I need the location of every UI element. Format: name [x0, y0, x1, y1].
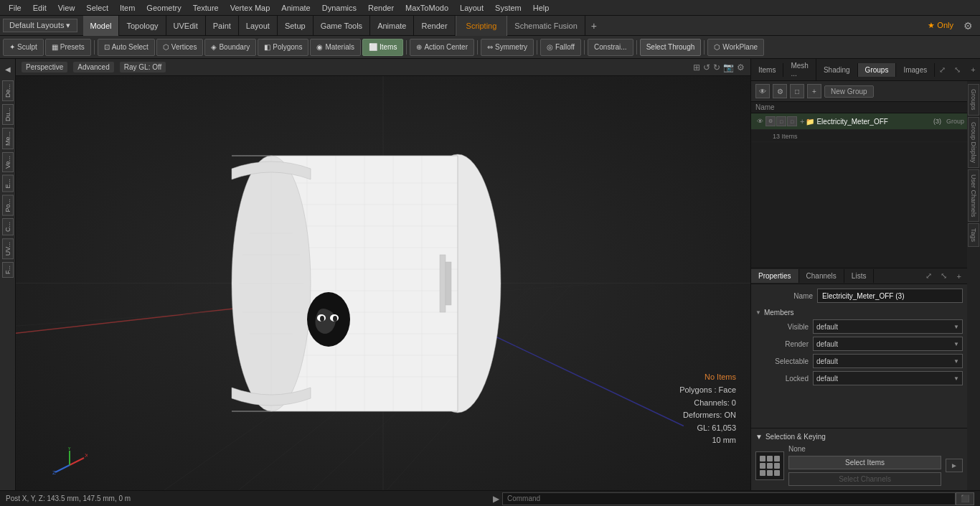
group-icon-b[interactable]: □	[776, 116, 786, 126]
presets-button[interactable]: ▦ Presets	[45, 39, 91, 56]
prop-tab-properties[interactable]: Properties	[751, 269, 799, 283]
layout-tab-uvedit[interactable]: UVEdit	[166, 16, 206, 36]
sidebar-tab-def[interactable]: De...	[2, 80, 14, 101]
menu-vertex-map[interactable]: Vertex Map	[225, 0, 276, 16]
viewport-redo-icon[interactable]: ↻	[713, 62, 720, 72]
group-icon-a[interactable]: ⚙	[765, 116, 776, 126]
layout-tab-render[interactable]: Render	[414, 16, 455, 36]
select-items-button[interactable]: Select Items	[788, 456, 941, 469]
sidebar-tab-vert[interactable]: Ve...	[2, 152, 14, 172]
menu-texture[interactable]: Texture	[187, 0, 225, 16]
menu-select[interactable]: Select	[80, 0, 114, 16]
viewport-camera-icon[interactable]: 📷	[723, 62, 734, 72]
keying-arrow-button[interactable]: ►	[946, 459, 963, 472]
sidebar-tab-uv[interactable]: UV...	[2, 238, 14, 259]
right-tab-plus-icon[interactable]: +	[965, 62, 980, 77]
menu-animate[interactable]: Animate	[275, 0, 316, 16]
sidebar-tab-edit[interactable]: E...	[2, 175, 14, 192]
group-expand-icon[interactable]: +	[800, 117, 804, 126]
sidebar-tab-mesh[interactable]: Me...	[2, 128, 14, 149]
group-icon-btn2[interactable]: ⚙	[773, 84, 787, 98]
auto-select-button[interactable]: ⊡ Auto Select	[98, 39, 155, 56]
falloff-button[interactable]: ◎ Falloff	[540, 39, 581, 56]
menu-item[interactable]: Item	[114, 0, 141, 16]
new-group-button[interactable]: New Group	[824, 85, 874, 98]
boundary-button[interactable]: ◈ Boundary	[204, 39, 256, 56]
vertices-button[interactable]: ⬡ Vertices	[156, 39, 204, 56]
layout-tab-plus-icon[interactable]: +	[585, 20, 603, 32]
sidebar-tab-f[interactable]: F...	[2, 262, 14, 278]
command-input[interactable]	[502, 492, 956, 505]
layout-tab-topology[interactable]: Topology	[119, 16, 166, 36]
right-sidebar-group-display-tab[interactable]: Group Display	[968, 117, 979, 168]
right-tab-expand-icon[interactable]: ⤢	[935, 62, 950, 78]
layout-tab-model[interactable]: Model	[83, 16, 120, 36]
menu-maxtomodo[interactable]: MaxToModo	[400, 0, 454, 16]
materials-button[interactable]: ◉ Materials	[310, 39, 361, 56]
menu-geometry[interactable]: Geometry	[141, 0, 187, 16]
group-eye-icon[interactable]: 👁	[755, 84, 770, 98]
command-search-button[interactable]: ⬛	[956, 492, 974, 505]
prop-name-input[interactable]	[817, 289, 963, 303]
viewport[interactable]: Perspective Advanced Ray GL: Off ⊞ ↺ ↻ 📷…	[16, 59, 750, 490]
symmetry-button[interactable]: ⇔ Symmetry	[481, 39, 534, 56]
right-tab-collapse-icon[interactable]: ⤡	[950, 62, 965, 78]
prop-tab-plus-icon[interactable]: +	[951, 269, 967, 284]
layout-tab-layout[interactable]: Layout	[239, 16, 278, 36]
viewport-grid-icon[interactable]: ⊞	[693, 62, 700, 72]
action-center-button[interactable]: ⊕ Action Center	[410, 39, 474, 56]
constraints-button[interactable]: Constrai...	[588, 39, 633, 56]
menu-system[interactable]: System	[489, 0, 527, 16]
sidebar-tab-dup[interactable]: Du...	[2, 104, 14, 125]
right-tab-groups[interactable]: Groups	[858, 63, 897, 77]
prop-expand-icon[interactable]: ⤢	[921, 268, 936, 284]
select-through-button[interactable]: Select Through	[640, 39, 702, 56]
right-tab-items[interactable]: Items	[751, 63, 783, 77]
menu-help[interactable]: Help	[527, 0, 555, 16]
sidebar-toggle[interactable]: ◀	[1, 62, 15, 76]
prop-selectable-select[interactable]: default ▼	[813, 354, 963, 368]
menu-render[interactable]: Render	[362, 0, 400, 16]
right-tab-shading[interactable]: Shading	[816, 63, 858, 77]
prop-tab-channels[interactable]: Channels	[799, 269, 844, 283]
group-visibility-icon[interactable]: 👁	[754, 116, 765, 127]
viewport-tab-perspective[interactable]: Perspective	[22, 62, 67, 72]
layout-tab-animate[interactable]: Animate	[370, 16, 414, 36]
viewport-ray-gl[interactable]: Ray GL: Off	[120, 62, 166, 72]
layout-tab-setup[interactable]: Setup	[278, 16, 314, 36]
group-icon-c[interactable]: □	[787, 116, 797, 126]
layout-dropdown[interactable]: Default Layouts ▾	[3, 19, 77, 32]
layout-tab-paint[interactable]: Paint	[206, 16, 239, 36]
sculpt-button[interactable]: ✦ Sculpt	[3, 39, 44, 56]
groups-list[interactable]: 👁 ⚙ □ □ + 📁 Electricity_Meter_OFF (3)	[751, 113, 967, 268]
menu-file[interactable]: File	[3, 0, 27, 16]
prop-locked-select[interactable]: default ▼	[813, 371, 963, 385]
prop-visible-select[interactable]: default ▼	[813, 319, 963, 334]
right-sidebar-groups-tab[interactable]: Groups	[968, 84, 979, 116]
menu-layout[interactable]: Layout	[454, 0, 489, 16]
viewport-tab-advanced[interactable]: Advanced	[73, 62, 113, 72]
workplane-button[interactable]: ⬡ WorkPlane	[707, 39, 764, 56]
select-channels-button[interactable]: Select Channels	[788, 472, 941, 486]
layout-settings-icon[interactable]: ⚙	[959, 20, 977, 32]
group-icon-btn3[interactable]: □	[790, 84, 804, 98]
menu-dynamics[interactable]: Dynamics	[316, 0, 362, 16]
layout-tab-game-tools[interactable]: Game Tools	[314, 16, 371, 36]
menu-edit[interactable]: Edit	[27, 0, 52, 16]
sidebar-tab-pol[interactable]: Po...	[2, 195, 14, 216]
right-sidebar-user-channels-tab[interactable]: User Channels	[968, 169, 979, 222]
prop-render-select[interactable]: default ▼	[813, 337, 963, 351]
right-tab-images[interactable]: Images	[896, 63, 935, 77]
viewport-canvas[interactable]: X Y Z No Items Polygons : Face Channels:…	[16, 76, 750, 490]
prop-tab-lists[interactable]: Lists	[844, 269, 875, 283]
right-sidebar-tags-tab[interactable]: Tags	[968, 223, 979, 247]
items-button[interactable]: ⬜ Items	[362, 39, 403, 56]
sidebar-tab-c[interactable]: C...	[2, 218, 14, 235]
viewport-settings-icon[interactable]: ⚙	[737, 62, 745, 72]
group-icon-btn4[interactable]: +	[807, 84, 821, 98]
layout-tab-scripting[interactable]: Scripting	[456, 16, 508, 36]
layout-tab-schematic[interactable]: Schematic Fusion	[507, 16, 585, 36]
viewport-undo-icon[interactable]: ↺	[703, 62, 710, 72]
right-tab-mesh[interactable]: Mesh ...	[783, 59, 816, 80]
prop-collapse-icon[interactable]: ⤡	[936, 268, 951, 284]
